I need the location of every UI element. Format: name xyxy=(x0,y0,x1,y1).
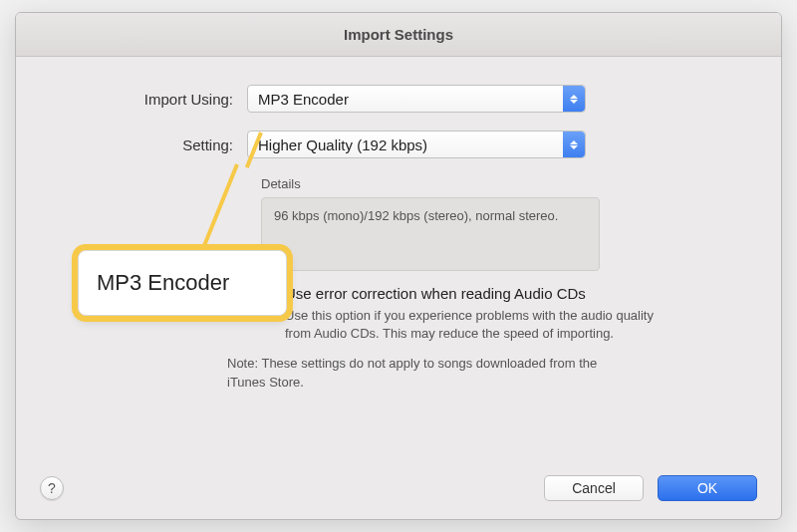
updown-arrows-icon xyxy=(563,132,585,157)
error-correction-label: Use error correction when reading Audio … xyxy=(285,285,586,302)
help-button[interactable]: ? xyxy=(40,476,64,500)
details-text: 96 kbps (mono)/192 kbps (stereo), normal… xyxy=(274,208,558,223)
import-settings-window: Import Settings Import Using: MP3 Encode… xyxy=(15,12,782,520)
setting-label: Setting: xyxy=(48,136,247,153)
import-using-row: Import Using: MP3 Encoder xyxy=(48,85,749,113)
callout-text: MP3 Encoder xyxy=(97,270,229,296)
ok-button-label: OK xyxy=(697,480,717,496)
details-label: Details xyxy=(261,176,600,191)
footer-buttons: Cancel OK xyxy=(544,475,757,501)
note-block: Note: These settings do not apply to son… xyxy=(227,355,626,391)
cancel-button[interactable]: Cancel xyxy=(544,475,644,501)
callout-box: MP3 Encoder xyxy=(78,250,287,316)
import-using-select[interactable]: MP3 Encoder xyxy=(247,85,586,113)
cancel-button-label: Cancel xyxy=(572,480,616,496)
details-box: 96 kbps (mono)/192 kbps (stereo), normal… xyxy=(261,197,600,271)
note-text: Note: These settings do not apply to son… xyxy=(227,356,597,389)
window-content: Import Using: MP3 Encoder Setting: Highe… xyxy=(16,57,781,409)
error-correction-row: Use error correction when reading Audio … xyxy=(261,285,739,303)
details-block: Details 96 kbps (mono)/192 kbps (stereo)… xyxy=(261,176,600,271)
import-using-label: Import Using: xyxy=(48,91,247,108)
import-using-select-wrap: MP3 Encoder xyxy=(247,85,586,113)
import-using-value: MP3 Encoder xyxy=(258,91,349,108)
setting-select-wrap: Higher Quality (192 kbps) xyxy=(247,131,586,158)
error-correction-hint: Use this option if you experience proble… xyxy=(285,307,664,343)
question-mark-icon: ? xyxy=(48,480,56,496)
setting-row: Setting: Higher Quality (192 kbps) xyxy=(48,131,749,158)
window-title: Import Settings xyxy=(344,26,453,43)
ok-button[interactable]: OK xyxy=(658,475,757,501)
error-correction-block: Use error correction when reading Audio … xyxy=(261,285,739,343)
window-footer: ? Cancel OK xyxy=(16,475,781,501)
window-titlebar: Import Settings xyxy=(16,13,781,57)
updown-arrows-icon xyxy=(563,86,585,112)
setting-select[interactable]: Higher Quality (192 kbps) xyxy=(247,131,586,158)
setting-value: Higher Quality (192 kbps) xyxy=(258,136,427,153)
callout-line xyxy=(199,163,239,254)
